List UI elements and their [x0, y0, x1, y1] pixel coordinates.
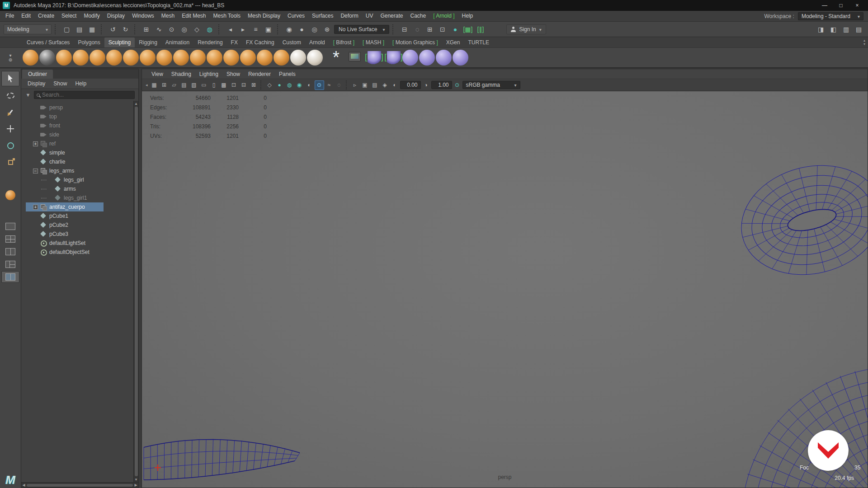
color-management-icon[interactable]: ⊙ [453, 80, 462, 90]
exposure-icon[interactable]: ◐ [390, 80, 400, 90]
shelf-scroll-arrows[interactable]: ▴▾ [863, 38, 868, 47]
scrollbar-thumb[interactable] [135, 107, 138, 476]
paint-select-tool[interactable] [1, 104, 19, 120]
target-weld-icon[interactable]: ⊡ [437, 24, 448, 35]
scroll-down-arrow-icon[interactable]: ▼ [134, 477, 139, 482]
shelf-tab-sculpting[interactable]: Sculpting [104, 38, 135, 47]
snap-to-grid-icon[interactable]: ⊞ [141, 24, 152, 35]
scroll-left-arrow-icon[interactable]: ◀ [21, 483, 26, 488]
gamma-icon[interactable]: ◑ [421, 80, 431, 90]
occlusion-icon[interactable]: ⊙ [315, 80, 324, 90]
mash-bracket-tool-2-icon[interactable] [386, 50, 401, 66]
outliner-filter-icon[interactable]: ▼ [24, 91, 32, 99]
menu-uv[interactable]: UV [362, 11, 377, 21]
shelf-tab-rigging[interactable]: Rigging [135, 38, 161, 47]
menu-generate[interactable]: Generate [377, 11, 406, 21]
lasso-select-tool[interactable] [1, 88, 19, 103]
shadows-icon[interactable]: ◐ [305, 80, 314, 90]
lock-selection-icon[interactable]: ▣ [263, 24, 274, 35]
viewport-canvas[interactable]: Verts: 54660 1201 0 Edges: 108891 2330 0… [142, 91, 868, 488]
outliner-item-top[interactable]: top [21, 112, 133, 121]
expand-toggle-icon[interactable]: − [33, 169, 38, 174]
viewport-menu-panels[interactable]: Panels [275, 71, 300, 77]
menu-mesh-tools[interactable]: Mesh Tools [210, 11, 244, 21]
channel-box-toggle-icon[interactable]: ▥ [840, 24, 852, 35]
menu-set-selector[interactable]: Modeling [4, 24, 52, 34]
expand-toggle-icon[interactable]: + [33, 205, 38, 210]
outliner-item-pcube2[interactable]: pCube2 [21, 221, 133, 230]
group-divider[interactable] [392, 24, 396, 34]
shelf-tab-xgen[interactable]: XGen [442, 38, 464, 47]
use-all-lights-icon[interactable]: ◉ [295, 80, 304, 90]
menu-mesh[interactable]: Mesh [158, 11, 178, 21]
mash-tool-4-icon[interactable] [453, 50, 468, 66]
output-connections-icon[interactable]: ▸ [237, 24, 249, 35]
viewport-menu-show[interactable]: Show [222, 71, 244, 77]
viewport-menu-lighting[interactable]: Lighting [195, 71, 222, 77]
bracket-toggle-icon[interactable]: [▦] [462, 24, 473, 35]
open-scene-icon[interactable]: ▤ [74, 24, 85, 35]
spray-tool-icon[interactable] [140, 50, 156, 66]
sculpt-panel-icon[interactable] [347, 50, 363, 66]
smear-tool-icon[interactable] [257, 50, 273, 66]
field-chart-icon[interactable]: ⊡ [229, 80, 239, 90]
scroll-right-arrow-icon[interactable]: ▶ [133, 483, 138, 488]
undo-icon[interactable]: ↺ [107, 24, 118, 35]
layout-four-pane-button[interactable] [1, 233, 19, 245]
scale-tool[interactable] [1, 155, 19, 170]
outliner-item-pcube3[interactable]: pCube3 [21, 230, 133, 239]
snap-to-projected-center-icon[interactable]: ◎ [179, 24, 190, 35]
construction-history-icon[interactable]: ≡ [250, 24, 261, 35]
pinch-tool-icon[interactable] [90, 50, 105, 66]
unfreeze-all-icon[interactable] [330, 50, 346, 66]
outliner-title-tab[interactable]: Outliner [22, 70, 53, 79]
hud-toggle-icon[interactable]: ▤ [370, 80, 380, 90]
outliner-item-front[interactable]: front [21, 121, 133, 130]
outliner-menu-display[interactable]: Display [24, 80, 49, 87]
menu-display[interactable]: Display [104, 11, 128, 21]
viewport-menu-shading[interactable]: Shading [167, 71, 195, 77]
freeze-tool-icon[interactable] [307, 50, 323, 66]
scrollbar-thumb[interactable] [27, 484, 133, 487]
input-connections-icon[interactable]: ◂ [225, 24, 236, 35]
group-divider[interactable] [218, 24, 222, 34]
last-used-sculpt-tool[interactable] [1, 188, 19, 203]
menu-deform[interactable]: Deform [337, 11, 362, 21]
menu-edit-mesh[interactable]: Edit Mesh [178, 11, 209, 21]
outliner-menu-show[interactable]: Show [50, 80, 71, 87]
layout-single-pane-button[interactable] [1, 221, 19, 232]
gamma-field[interactable]: 1.00 [431, 81, 452, 89]
reflection-icon[interactable]: ⊞ [424, 24, 435, 35]
outliner-item-legs-arms[interactable]: − legs_arms [21, 166, 133, 175]
outliner-item-simple[interactable]: simple [21, 148, 133, 157]
grab-tool-icon[interactable] [73, 50, 89, 66]
shelf-tab-bifrost[interactable]: Bifrost [329, 38, 359, 47]
outliner-item-legs-girl1[interactable]: legs_girl1 [21, 193, 133, 202]
sculpt-tool-icon[interactable] [23, 50, 38, 66]
safe-title-icon[interactable]: ⊠ [249, 80, 259, 90]
bulge-tool-icon[interactable] [274, 50, 289, 66]
sign-in-button[interactable]: Sign In [506, 24, 546, 34]
render-settings-icon[interactable]: ⊛ [321, 24, 333, 35]
repeat-tool-icon[interactable] [156, 50, 172, 66]
soft-select-icon[interactable]: ◌ [411, 24, 423, 35]
gate-mask-icon[interactable]: ▩ [219, 80, 229, 90]
layout-outliner-persp-button[interactable] [1, 271, 19, 283]
grease-pencil-icon[interactable]: ▱ [170, 80, 179, 90]
mash-tool-3-icon[interactable] [436, 50, 452, 66]
outliner-item-arms[interactable]: arms [21, 184, 133, 193]
isolate-select-icon[interactable]: ▹ [350, 80, 360, 90]
tool-settings-toggle-icon[interactable]: ◧ [828, 24, 839, 35]
group-divider[interactable] [55, 24, 58, 34]
shelf-t ab-fx[interactable]: FX [227, 38, 242, 47]
colorspace-selector[interactable]: sRGB gamma [462, 81, 520, 89]
outliner-item-persp[interactable]: persp [21, 103, 133, 112]
mash-tool-1-icon[interactable] [402, 50, 418, 66]
modeling-toolkit-toggle-icon[interactable]: ▤ [853, 24, 864, 35]
smooth-tool-icon[interactable] [39, 50, 55, 66]
image-plane-icon[interactable]: ▧ [189, 80, 199, 90]
outliner-item-legs-girl[interactable]: legs_girl [21, 175, 133, 184]
live-surface-field[interactable]: No Live Surface [334, 25, 389, 34]
ipr-render-icon[interactable]: ◎ [309, 24, 320, 35]
menu-mesh-display[interactable]: Mesh Display [244, 11, 284, 21]
